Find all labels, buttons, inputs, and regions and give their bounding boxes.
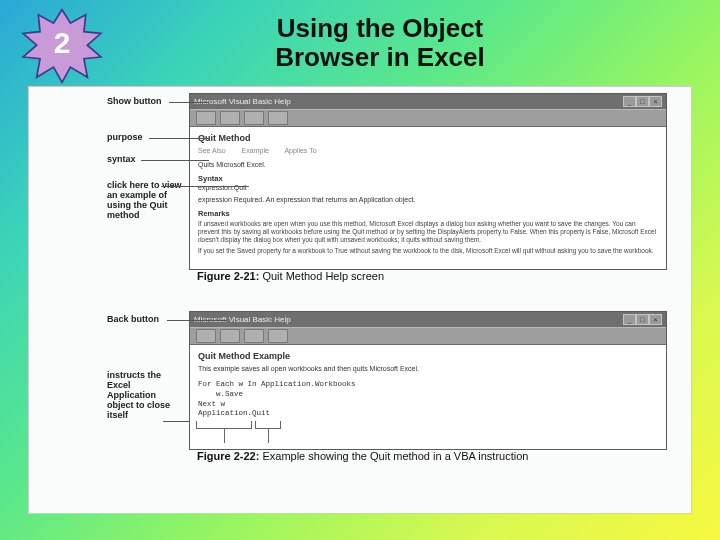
forward-button[interactable] — [244, 329, 264, 343]
help-heading: Quit Method — [198, 133, 658, 144]
show-button[interactable] — [196, 329, 216, 343]
window-titlebar: Microsoft Visual Basic Help _ □ × — [190, 312, 666, 327]
remarks-text: If unsaved workbooks are open when you u… — [198, 220, 658, 256]
vba-code: For Each w In Application.Workbooks w.Sa… — [198, 380, 658, 419]
close-icon[interactable]: × — [649, 314, 662, 325]
example-intro: This example saves all open workbooks an… — [198, 365, 658, 374]
help-toolbar — [190, 109, 666, 127]
help-window-2: Microsoft Visual Basic Help _ □ × Quit M… — [189, 311, 667, 450]
figure-caption-1: Figure 2-21: Quit Method Help screen — [107, 270, 667, 282]
example-link[interactable]: Example — [242, 147, 269, 154]
show-button[interactable] — [196, 111, 216, 125]
options-button[interactable] — [268, 111, 288, 125]
caption-label: Figure 2-21: — [197, 270, 259, 282]
caption-text: Quit Method Help screen — [262, 270, 384, 282]
figure-caption-2: Figure 2-22: Example showing the Quit me… — [107, 450, 667, 462]
figure-2-22: Back button instructs the Excel Applicat… — [107, 311, 667, 462]
callout-instructs: instructs the Excel Application object t… — [107, 371, 179, 420]
close-icon[interactable]: × — [649, 96, 662, 107]
help-content: Quit Method See Also Example Applies To … — [190, 127, 666, 269]
caption-text: Example showing the Quit method in a VBA… — [262, 450, 528, 462]
help-content: Quit Method Example This example saves a… — [190, 345, 666, 449]
page-title: Using the Object Browser in Excel — [200, 14, 560, 71]
window-controls: _ □ × — [623, 314, 662, 325]
help-heading: Quit Method Example — [198, 351, 658, 362]
caption-label: Figure 2-22: — [197, 450, 259, 462]
bracket-stem-1 — [224, 429, 225, 443]
options-button[interactable] — [268, 329, 288, 343]
syntax-label: Syntax — [198, 174, 658, 183]
bracket-quit — [255, 421, 281, 429]
help-toolbar — [190, 327, 666, 345]
see-also-link[interactable]: See Also — [198, 147, 226, 154]
bracket-stem-2 — [268, 429, 269, 443]
minimize-icon[interactable]: _ — [623, 96, 636, 107]
chapter-number: 2 — [18, 26, 106, 60]
remarks-p1: If unsaved workbooks are open when you u… — [198, 220, 658, 244]
maximize-icon[interactable]: □ — [636, 314, 649, 325]
title-line-1: Using the Object — [277, 13, 484, 43]
help-nav-links: See Also Example Applies To — [198, 147, 658, 156]
chapter-badge: 2 — [18, 8, 106, 84]
minimize-icon[interactable]: _ — [623, 314, 636, 325]
window-controls: _ □ × — [623, 96, 662, 107]
syntax-description: expression Required. An expression that … — [198, 196, 658, 205]
content-panel: Show button purpose syntax click here to… — [28, 86, 692, 514]
remarks-label: Remarks — [198, 209, 658, 218]
back-button[interactable] — [220, 329, 240, 343]
applies-to-link[interactable]: Applies To — [284, 147, 316, 154]
figure-2-21: Show button purpose syntax click here to… — [107, 93, 667, 282]
back-button[interactable] — [220, 111, 240, 125]
help-summary: Quits Microsoft Excel. — [198, 161, 658, 170]
syntax-expression: expression.Quit — [198, 184, 658, 193]
help-window-1: Microsoft Visual Basic Help _ □ × Quit M… — [189, 93, 667, 270]
bracket-application — [196, 421, 252, 429]
forward-button[interactable] — [244, 111, 264, 125]
maximize-icon[interactable]: □ — [636, 96, 649, 107]
title-line-2: Browser in Excel — [275, 42, 485, 72]
window-titlebar: Microsoft Visual Basic Help _ □ × — [190, 94, 666, 109]
remarks-p2: If you set the Saved property for a work… — [198, 247, 658, 255]
